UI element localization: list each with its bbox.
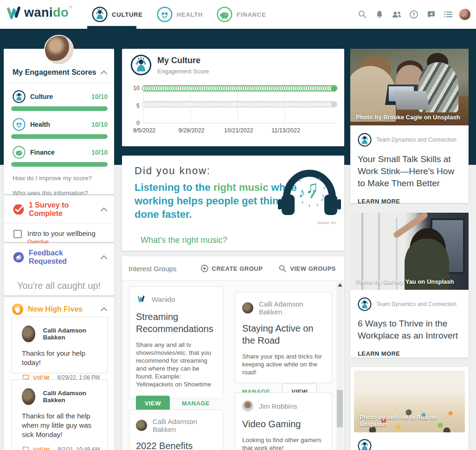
profile-photo[interactable]: [44, 35, 74, 65]
group-card-benefits[interactable]: Calli Adamson Bakken 2022 Benefits Infor…: [129, 410, 223, 450]
search-button[interactable]: [356, 8, 368, 20]
health-progress-bar: [11, 134, 108, 139]
create-group-button[interactable]: CREATE GROUP: [200, 264, 263, 273]
group-card-video-gaming[interactable]: Jim Robbins Video Gaming Looking to find…: [235, 392, 332, 450]
plus-circle-icon: [200, 264, 209, 273]
interest-groups-panel: Interest Groups CREATE GROUP VIEW GROUPS: [122, 256, 344, 450]
group-title: Streaming Recommendations: [136, 311, 216, 335]
score-label: Health: [30, 121, 50, 128]
sender-avatar: [22, 388, 35, 405]
wanido-logo-icon: [6, 5, 20, 20]
survey-checkbox[interactable]: [13, 230, 22, 238]
svg-text:11/13/2022: 11/13/2022: [271, 127, 300, 134]
active-tab-indicator: [87, 26, 136, 29]
user-avatar[interactable]: [459, 9, 470, 20]
bell-icon: [375, 10, 384, 19]
group-description: Share your tips and tricks for keeping a…: [242, 352, 325, 376]
primary-tabs: CULTURE HEALTH FINANC: [88, 0, 277, 29]
feedback-empty-message: You're all caught up!: [4, 280, 114, 291]
menu-button[interactable]: [442, 8, 454, 20]
article-photo[interactable]: Photo by Brooke Cagle on Unsplash: [350, 49, 469, 125]
navbar-actions: ? ★: [356, 0, 470, 29]
finance-icon: [13, 146, 26, 159]
health-icon: [157, 7, 173, 22]
brand-logo[interactable]: wanido™: [6, 5, 73, 20]
engagement-chart-card: My Culture Engagement Score 9/5/20229/28…: [122, 49, 344, 146]
learn-more-link[interactable]: LEARN MORE: [358, 350, 461, 357]
chevron-up-icon[interactable]: [100, 255, 108, 260]
brand-wordmark: wanido™: [24, 6, 73, 20]
tab-health[interactable]: HEALTH: [153, 0, 213, 29]
photo-credit: Photo by Brooke Cagle on Unsplash: [356, 114, 460, 121]
help-button[interactable]: ?: [408, 8, 420, 20]
culture-progress-bar: [11, 106, 108, 111]
interest-groups-header: Interest Groups CREATE GROUP VIEW GROUPS: [122, 256, 344, 281]
svg-text:5: 5: [136, 103, 140, 109]
group-owner: Calli Adamson Bakken: [259, 300, 325, 316]
svg-text:♫: ♫: [306, 177, 318, 196]
high-five-item[interactable]: Calli Adamson Bakken Thanks for all the …: [11, 379, 108, 450]
score-row-finance: Finance 10/10: [4, 146, 114, 159]
group-description: Share any and all tv shows/movies/etc. t…: [136, 341, 216, 388]
group-card-staying-active[interactable]: Calli Adamson Bakken Staying Active on t…: [235, 292, 332, 383]
tab-finance-label: FINANCE: [237, 11, 266, 18]
search-icon: [278, 264, 287, 273]
navbar: wanido™ CULTURE HEALTH: [0, 0, 476, 29]
tab-culture[interactable]: CULTURE: [88, 0, 153, 29]
group-card-streaming[interactable]: Wanido Streaming Recommendations Share a…: [129, 286, 223, 399]
group-owner: Wanido: [152, 295, 175, 303]
scrollbar-thumb[interactable]: [337, 390, 343, 427]
group-owner-avatar: [136, 420, 147, 431]
notifications-button[interactable]: [373, 8, 386, 20]
high-five-item[interactable]: Calli Adamson Bakken Thanks for your hel…: [11, 317, 108, 373]
svg-text:9/28/2022: 9/28/2022: [179, 127, 205, 134]
feedback-title: Feedback Requested: [29, 249, 100, 266]
sender-name: Calli Adamson Bakken: [43, 390, 98, 404]
svg-text:?: ?: [412, 12, 415, 17]
feedback-bubble-icon: ★: [426, 10, 436, 19]
view-group-button[interactable]: VIEW: [136, 396, 170, 411]
interest-groups-title: Interest Groups: [129, 265, 185, 273]
right-music-link[interactable]: What's the right music?: [141, 235, 227, 245]
high-five-message: Thanks for your help today!: [12, 342, 107, 367]
search-icon: [358, 10, 367, 19]
chevron-up-icon[interactable]: [100, 207, 108, 212]
tab-culture-label: CULTURE: [112, 11, 143, 18]
view-high-five-button[interactable]: VIEW: [22, 446, 50, 450]
photo-credit: Photo by Barney Yau on Unsplash: [356, 278, 454, 285]
groups-scrollbar[interactable]: [336, 281, 343, 450]
health-icon: [13, 118, 26, 131]
article-photo[interactable]: Photo by Barney Yau on Unsplash: [350, 213, 469, 290]
engagement-scores-card: My Engagement Scores Culture 10/10 H: [4, 49, 114, 194]
article-card[interactable]: Team Dynamics and Connection 6 Ways to T…: [350, 290, 469, 358]
improve-score-link[interactable]: How do I improve my score?: [4, 175, 114, 182]
sender-avatar: [22, 326, 35, 342]
learn-more-link[interactable]: LEARN MORE: [358, 198, 461, 205]
article-photo[interactable]: Photo by delfi de la Rua on Unsplash: [354, 371, 465, 432]
feedback-button[interactable]: ★: [425, 8, 437, 20]
chart-subtitle: Engagement Score: [157, 68, 209, 75]
view-groups-button[interactable]: VIEW GROUPS: [278, 264, 336, 273]
high-fives-title: New High Fives: [28, 305, 100, 313]
manage-group-button[interactable]: MANAGE: [182, 400, 210, 407]
group-description: Looking to find other gamers that work e…: [242, 436, 325, 450]
chevron-up-icon[interactable]: [100, 307, 108, 312]
article-card[interactable]: Photo by delfi de la Rua on Unsplash: [350, 367, 469, 450]
tab-health-label: HEALTH: [177, 11, 203, 18]
svg-text:★: ★: [429, 12, 433, 16]
finance-progress-bar: [11, 162, 108, 167]
connections-button[interactable]: [391, 8, 403, 20]
list-icon: [443, 10, 453, 19]
chevron-up-icon[interactable]: [100, 70, 108, 75]
score-value: 10/10: [91, 93, 108, 100]
svg-text:♪: ♪: [298, 185, 305, 200]
group-owner-avatar: [242, 302, 253, 313]
tab-finance[interactable]: FINANCE: [213, 0, 276, 29]
scroll-up-arrow-icon[interactable]: [338, 283, 342, 287]
survey-check-icon: [13, 203, 25, 215]
engagement-score-chart: 9/5/20229/28/202210/21/202211/13/2022051…: [122, 76, 344, 147]
survey-item-label[interactable]: Intro to your wellbeing: [27, 229, 96, 237]
article-card[interactable]: Team Dynamics and Connection Your Small …: [350, 125, 469, 203]
score-value: 10/10: [91, 121, 108, 128]
score-row-health: Health 10/10: [4, 118, 114, 131]
